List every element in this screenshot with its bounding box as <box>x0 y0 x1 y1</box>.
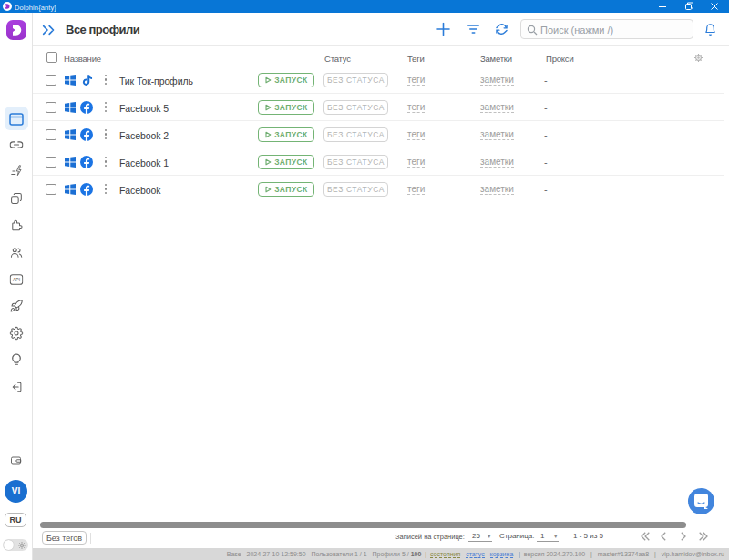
svg-text:API: API <box>12 277 19 282</box>
